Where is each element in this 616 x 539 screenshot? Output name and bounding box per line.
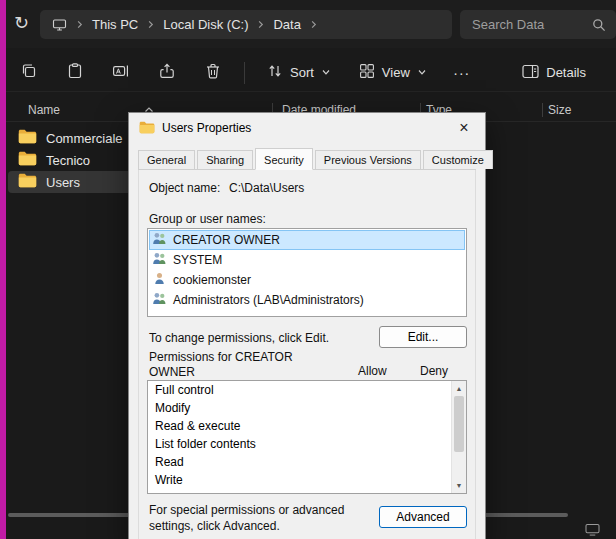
paste-icon — [66, 62, 84, 83]
permission-row-read-execute[interactable]: Read & execute — [148, 417, 466, 435]
breadcrumb-chevron-icon — [309, 20, 318, 29]
principal-row-system[interactable]: SYSTEM — [149, 250, 465, 270]
advanced-button[interactable]: Advanced — [379, 506, 467, 528]
copy-button[interactable] — [10, 56, 48, 90]
search-input[interactable]: Search Data — [460, 10, 616, 39]
tab-general[interactable]: General — [138, 150, 195, 169]
copy-icon — [20, 62, 38, 83]
delete-button[interactable] — [194, 56, 232, 90]
refresh-icon[interactable]: ↻ — [14, 12, 29, 34]
permission-row-full-control[interactable]: Full control — [148, 381, 466, 399]
sort-dropdown[interactable]: Sort — [257, 56, 341, 90]
view-grid-icon — [359, 63, 375, 82]
accent-strip — [0, 0, 6, 539]
folder-icon — [18, 151, 37, 169]
principal-row-administrators[interactable]: Administrators (LAB\Administrators) — [149, 290, 465, 310]
users-properties-dialog: Users Properties × General Sharing Secur… — [128, 112, 486, 539]
object-name-value: C:\Data\Users — [229, 181, 304, 195]
rename-button[interactable] — [102, 56, 140, 90]
chevron-down-icon — [321, 65, 331, 80]
permission-row-modify[interactable]: Modify — [148, 399, 466, 417]
details-button[interactable]: Details — [512, 56, 596, 90]
group-user-listbox: CREATOR OWNER SYSTEM cookiemonster Admin… — [147, 228, 467, 317]
breadcrumb-local-disk-c[interactable]: Local Disk (C:) — [163, 17, 248, 32]
column-header-size[interactable]: Size — [548, 103, 571, 117]
file-name: Commerciale — [46, 131, 123, 146]
folder-icon — [139, 121, 155, 137]
edit-button[interactable]: Edit... — [379, 326, 467, 348]
scrollbar-up-icon[interactable]: ▲ — [452, 382, 466, 395]
deny-column-label: Deny — [420, 364, 448, 378]
this-pc-icon — [52, 17, 67, 32]
object-name-label: Object name: — [149, 181, 220, 195]
group-icon — [152, 252, 167, 268]
address-bar[interactable]: This PC Local Disk (C:) Data — [40, 10, 452, 39]
details-pane-icon — [522, 64, 539, 82]
breadcrumb-data[interactable]: Data — [273, 17, 300, 32]
dialog-tab-strip: General Sharing Security Previous Versio… — [138, 147, 476, 170]
ellipsis-icon: ··· — [453, 65, 470, 81]
paste-button[interactable] — [56, 56, 94, 90]
principal-row-creator-owner[interactable]: CREATOR OWNER — [149, 230, 465, 250]
rename-icon — [112, 62, 130, 83]
group-icon — [152, 292, 167, 308]
explorer-topbar: ↻ This PC Local Disk (C:) Data Search Da… — [6, 0, 616, 48]
breadcrumb-chevron-icon — [75, 20, 84, 29]
view-toggle-icon[interactable] — [585, 522, 600, 539]
search-icon[interactable] — [592, 18, 606, 36]
principal-name: SYSTEM — [173, 253, 222, 267]
toolbar-divider — [244, 62, 245, 84]
tab-security[interactable]: Security — [255, 148, 313, 170]
group-icon — [152, 232, 167, 248]
trash-icon — [204, 62, 222, 83]
user-icon — [152, 272, 167, 288]
file-name: Tecnico — [46, 153, 90, 168]
group-or-user-names-label: Group or user names: — [149, 212, 266, 226]
permissions-for-label: Permissions for CREATOR OWNER — [149, 350, 327, 380]
breadcrumb-chevron-icon — [256, 20, 265, 29]
more-options-button[interactable]: ··· — [445, 56, 479, 90]
folder-icon — [18, 173, 37, 191]
sort-label: Sort — [290, 65, 314, 80]
column-divider[interactable] — [542, 103, 543, 117]
permission-row-read[interactable]: Read — [148, 453, 466, 471]
permission-row-list-folder-contents[interactable]: List folder contents — [148, 435, 466, 453]
view-dropdown[interactable]: View — [349, 56, 437, 90]
tab-previous-versions[interactable]: Previous Versions — [315, 150, 421, 169]
breadcrumb-this-pc[interactable]: This PC — [92, 17, 138, 32]
dialog-title: Users Properties — [162, 121, 251, 135]
edit-permissions-note: To change permissions, click Edit. — [149, 331, 329, 345]
file-explorer-window: ↻ This PC Local Disk (C:) Data Search Da… — [0, 0, 616, 539]
vertical-scrollbar[interactable]: ▲ ▼ — [451, 381, 466, 493]
explorer-toolbar: Sort View ··· Details — [6, 54, 616, 92]
share-icon — [158, 62, 176, 83]
sort-arrows-icon — [267, 63, 283, 82]
tab-sharing[interactable]: Sharing — [197, 150, 253, 169]
close-icon[interactable]: × — [452, 117, 476, 139]
chevron-down-icon — [417, 65, 427, 80]
column-header-name[interactable]: Name — [28, 103, 60, 117]
scrollbar-thumb[interactable] — [454, 396, 464, 452]
details-label: Details — [546, 65, 586, 80]
breadcrumb-chevron-icon — [146, 20, 155, 29]
principal-row-cookiemonster[interactable]: cookiemonster — [149, 270, 465, 290]
folder-icon — [18, 129, 37, 147]
advanced-settings-note: For special permissions or advanced sett… — [149, 503, 367, 534]
scrollbar-down-icon[interactable]: ▼ — [452, 479, 466, 492]
file-name: Users — [46, 175, 80, 190]
principal-name: CREATOR OWNER — [173, 233, 280, 247]
tab-customize[interactable]: Customize — [423, 150, 493, 169]
permission-row-write[interactable]: Write — [148, 471, 466, 489]
principal-name: cookiemonster — [173, 273, 251, 287]
view-label: View — [382, 65, 410, 80]
share-button[interactable] — [148, 56, 186, 90]
allow-column-label: Allow — [358, 364, 387, 378]
principal-name: Administrators (LAB\Administrators) — [173, 293, 364, 307]
permissions-listbox: Full control Modify Read & execute List … — [147, 380, 467, 494]
